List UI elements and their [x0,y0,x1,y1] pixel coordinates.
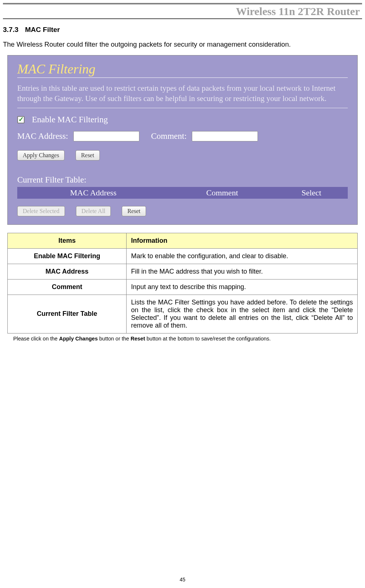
footnote-bold-apply: Apply Changes [59,336,98,342]
table-row: Comment Input any text to describe this … [8,279,358,295]
delete-all-button[interactable]: Delete All [76,206,111,216]
item-cell: Current Filter Table [8,295,127,333]
header-information: Information [127,233,358,248]
table-row: Current Filter Table Lists the MAC Filte… [8,295,358,333]
reset-button-2[interactable]: Reset [122,206,146,216]
router-config-screenshot: MAC Filtering Entries in this table are … [7,55,358,225]
enable-mac-filtering-label: Enable MAC Filtering [32,115,108,125]
info-cell: Fill in the MAC address that you wish to… [127,264,358,279]
mac-address-input[interactable] [73,131,139,141]
mac-address-label: MAC Address: [17,131,68,141]
enable-row: Enable MAC Filtering [17,115,348,125]
info-cell: Input any text to describe this mapping. [127,279,358,295]
button-row-2: Delete Selected Delete All Reset [17,206,348,216]
footnote-prefix: Please click on the [13,336,59,342]
comment-label: Comment: [151,131,187,141]
section-title: MAC Filter [25,26,60,33]
input-row: MAC Address: Comment: [17,131,348,141]
delete-selected-button[interactable]: Delete Selected [17,206,65,216]
footnote: Please click on the Apply Changes button… [13,336,358,342]
col-comment: Comment [169,188,275,198]
filter-table-header: MAC Address Comment Select [17,187,348,199]
item-cell: Enable MAC Filtering [8,248,127,264]
comment-input[interactable] [192,131,258,141]
header-items: Items [8,233,127,248]
current-filter-table-heading: Current Filter Table: [17,175,348,185]
page-header: Wireless 11n 2T2R Router [3,3,362,19]
divider [17,108,348,108]
item-cell: MAC Address [8,264,127,279]
divider [17,77,348,78]
screenshot-title: MAC Filtering [17,61,348,77]
reset-button[interactable]: Reset [76,150,100,160]
col-mac-address: MAC Address [17,188,169,198]
footnote-suffix: button at the bottom to save/reset the c… [145,336,271,342]
header-title: Wireless 11n 2T2R Router [236,5,360,17]
table-row: MAC Address Fill in the MAC address that… [8,264,358,279]
info-cell: Mark to enable the configuration, and cl… [127,248,358,264]
col-select: Select [275,188,348,198]
intro-text: The Wireless Router could filter the out… [3,40,362,48]
table-row: Enable MAC Filtering Mark to enable the … [8,248,358,264]
section-heading: 3.7.3MAC Filter [3,26,365,34]
table-header-row: Items Information [8,233,358,248]
info-cell: Lists the MAC Filter Settings you have a… [127,295,358,333]
enable-mac-filtering-checkbox[interactable] [17,116,25,123]
apply-changes-button[interactable]: Apply Changes [17,150,65,160]
footnote-bold-reset: Reset [131,336,145,342]
footnote-mid: button or the [98,336,130,342]
screenshot-description: Entries in this table are used to restri… [17,83,348,104]
button-row-1: Apply Changes Reset [17,150,348,160]
section-number: 3.7.3 [3,26,18,33]
item-cell: Comment [8,279,127,295]
info-table: Items Information Enable MAC Filtering M… [7,233,358,333]
